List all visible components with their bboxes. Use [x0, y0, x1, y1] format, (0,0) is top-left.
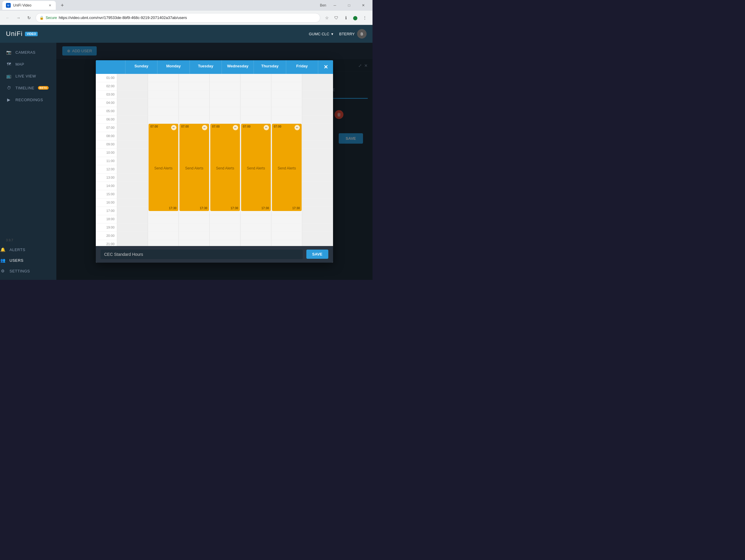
org-name: GUMC CLC [309, 32, 329, 36]
time-cell-4-20 [240, 240, 271, 246]
time-cell-5-20 [271, 240, 302, 246]
time-cell-6-13 [302, 182, 333, 190]
block-edit-button[interactable]: ✏ [202, 125, 207, 130]
browser-titlebar: U UniFi Video ✕ + Ben ─ □ ✕ [0, 0, 372, 11]
new-tab-button[interactable]: + [58, 1, 66, 9]
modal-footer: SAVE [96, 246, 333, 262]
schedule-block-day-2[interactable]: 07:00 ✏ Send Alerts 17:30 [180, 124, 209, 211]
sidebar-spacer [0, 106, 56, 236]
sidebar-item-users[interactable]: 👥 USERS [0, 255, 56, 266]
address-bar[interactable]: 🔒 Secure https://video.ubnt.com/nvr/1795… [36, 13, 320, 23]
time-cell-3-0 [210, 74, 240, 82]
time-cell-3-3 [210, 99, 240, 107]
menu-button[interactable]: ⋮ [361, 14, 369, 22]
time-cell-4-2 [240, 91, 271, 99]
sidebar-item-cameras[interactable]: 📷 CAMERAS [0, 46, 56, 58]
time-cell-2-0 [179, 74, 210, 82]
time-cell-6-16 [302, 207, 333, 215]
schedule-name-input[interactable] [101, 250, 303, 259]
sidebar-item-timeline[interactable]: ⏱ TIMELINE BETA [0, 82, 56, 94]
time-cell-0-15 [117, 198, 148, 207]
block-end-time: 17:30 [274, 207, 300, 210]
user-name: BTERRY [339, 32, 355, 36]
block-end-time: 17:30 [243, 207, 269, 210]
time-cell-3-1 [210, 82, 240, 91]
block-edit-button[interactable]: ✏ [294, 125, 300, 130]
schedule-block-day-3[interactable]: 07:00 ✏ Send Alerts 17:30 [210, 124, 240, 211]
logo-text: UniFi [6, 30, 23, 38]
modal-save-button[interactable]: SAVE [306, 250, 328, 259]
time-cell-0-16 [117, 207, 148, 215]
forward-button[interactable]: → [14, 14, 23, 22]
header-sunday: Sunday [125, 60, 158, 74]
live-view-icon: 📺 [6, 73, 12, 79]
time-label-19:00: 19:00 [96, 223, 117, 232]
time-cell-3-5 [210, 116, 240, 124]
time-cell-6-1 [302, 82, 333, 91]
tab-close-button[interactable]: ✕ [47, 3, 52, 8]
schedule-block-day-4[interactable]: 07:00 ✏ Send Alerts 17:30 [241, 124, 271, 211]
time-cell-1-2 [148, 91, 179, 99]
extension-button[interactable]: ⬤ [351, 14, 359, 22]
time-cell-4-5 [240, 116, 271, 124]
block-edit-button[interactable]: ✏ [171, 125, 176, 130]
sidebar-item-alerts[interactable]: 🔔 ALERTS [0, 244, 56, 255]
secure-label: Secure [46, 16, 57, 20]
time-cell-6-15 [302, 198, 333, 207]
user-avatar: B [357, 29, 366, 38]
time-cell-4-1 [240, 82, 271, 91]
bookmark-button[interactable]: ☆ [323, 14, 331, 22]
time-label-07:00: 07:00 [96, 124, 117, 132]
sidebar-label-cameras: CAMERAS [15, 50, 36, 55]
reload-button[interactable]: ↻ [25, 14, 33, 22]
time-cell-0-20 [117, 240, 148, 246]
sidebar-item-live-view[interactable]: 📺 LIVE VIEW [0, 70, 56, 82]
minimize-button[interactable]: ─ [328, 1, 342, 10]
shield-button[interactable]: 🛡 [332, 14, 341, 22]
sidebar-label-alerts: ALERTS [9, 248, 25, 252]
sidebar-version: 3.9.7 [0, 236, 56, 244]
browser-tab[interactable]: U UniFi Video ✕ [2, 1, 56, 10]
os-user-name: Ben [320, 3, 326, 7]
cameras-icon: 📷 [6, 49, 12, 55]
time-cell-1-20 [148, 240, 179, 246]
time-cell-0-2 [117, 91, 148, 99]
block-label: Send Alerts [212, 166, 238, 170]
sidebar-item-map[interactable]: 🗺 MAP [0, 58, 56, 70]
schedule-block-day-5[interactable]: 07:00 ✏ Send Alerts 17:30 [272, 124, 302, 211]
time-cell-6-7 [302, 132, 333, 141]
sidebar-item-recordings[interactable]: ▶ RECORDINGS [0, 94, 56, 106]
block-edit-button[interactable]: ✏ [233, 125, 238, 130]
time-cell-6-3 [302, 99, 333, 107]
time-cell-0-14 [117, 190, 148, 198]
org-selector[interactable]: GUMC CLC ▾ [309, 32, 333, 36]
logo-badge: VIDEO [25, 32, 38, 36]
time-cell-5-17 [271, 215, 302, 223]
maximize-button[interactable]: □ [342, 1, 356, 10]
back-button[interactable]: ← [4, 14, 12, 22]
time-cell-4-4 [240, 107, 271, 116]
time-label-18:00: 18:00 [96, 215, 117, 223]
time-cell-0-1 [117, 82, 148, 91]
header-friday: Friday [286, 60, 318, 74]
time-cell-6-9 [302, 149, 333, 157]
modal-close-button[interactable]: ✕ [318, 60, 333, 74]
block-label: Send Alerts [274, 166, 300, 170]
sidebar: 📷 CAMERAS 🗺 MAP 📺 LIVE VIEW ⏱ TIMELINE B… [0, 43, 56, 280]
schedule-block-day-1[interactable]: 07:00 ✏ Send Alerts 17:30 [149, 124, 178, 211]
sidebar-item-settings[interactable]: ⚙ SETTINGS [0, 266, 56, 276]
time-cell-5-0 [271, 74, 302, 82]
time-cell-1-4 [148, 107, 179, 116]
block-label: Send Alerts [150, 166, 176, 170]
time-cell-0-4 [117, 107, 148, 116]
time-cell-4-3 [240, 99, 271, 107]
block-edit-button[interactable]: ✏ [264, 125, 269, 130]
time-cell-2-5 [179, 116, 210, 124]
time-cell-0-0 [117, 74, 148, 82]
info-button[interactable]: ℹ [342, 14, 350, 22]
time-cell-3-17 [210, 215, 240, 223]
block-start-time: 07:00 [243, 125, 251, 128]
header-thursday: Thursday [254, 60, 286, 74]
time-cell-3-2 [210, 91, 240, 99]
close-button[interactable]: ✕ [356, 1, 370, 10]
